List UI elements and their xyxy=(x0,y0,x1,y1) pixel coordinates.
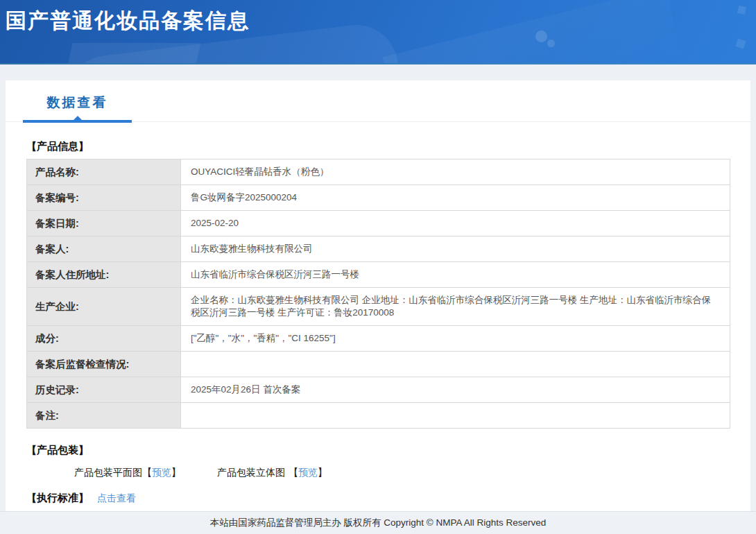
header-decoration-circle xyxy=(547,40,555,47)
row-value: OUYACICI轻奢晶钻香水（粉色） xyxy=(181,160,730,185)
header-decoration-square xyxy=(737,6,746,15)
section-title-product-info: 【产品信息】 xyxy=(26,140,730,153)
row-label: 生产企业: xyxy=(27,288,181,326)
packaging-stereo-item: 产品包装立体图【预览】 xyxy=(217,467,327,479)
section-title-packaging: 【产品包装】 xyxy=(26,444,730,457)
standard-label: 【执行标准】 xyxy=(26,492,89,503)
table-row: 历史记录: 2025年02月26日 首次备案 xyxy=(27,377,730,403)
row-label: 历史记录: xyxy=(27,377,181,403)
row-value: 2025-02-20 xyxy=(181,211,730,236)
bracket-close: 】 xyxy=(171,467,181,478)
copyright-text: 本站由国家药品监督管理局主办 版权所有 Copyright © NMPA All… xyxy=(210,517,547,528)
table-row: 产品名称: OUYACICI轻奢晶钻香水（粉色） xyxy=(27,160,730,185)
row-label: 备案日期: xyxy=(27,211,181,236)
header-decoration xyxy=(64,43,201,64)
table-row: 备案人: 山东欧蔓雅生物科技有限公司 xyxy=(27,236,730,262)
row-value xyxy=(181,403,730,429)
packaging-stereo-label: 产品包装立体图 xyxy=(217,467,285,478)
row-label: 备案人: xyxy=(27,236,181,262)
tab-active-underline xyxy=(23,120,132,123)
tab-bar: 数据查看 xyxy=(6,80,750,122)
row-value: 山东欧蔓雅生物科技有限公司 xyxy=(181,236,730,262)
header-decoration xyxy=(383,0,686,64)
table-row: 备案日期: 2025-02-20 xyxy=(27,211,730,236)
bracket-open: 【 xyxy=(142,467,152,478)
row-label: 产品名称: xyxy=(27,160,181,185)
product-info-table: 产品名称: OUYACICI轻奢晶钻香水（粉色） 备案编号: 鲁G妆网备字202… xyxy=(26,159,730,429)
row-value: 鲁G妆网备字2025000204 xyxy=(181,185,730,211)
row-label: 备案编号: xyxy=(27,185,181,211)
row-label: 备注: xyxy=(27,403,181,429)
header-decoration-circle xyxy=(535,31,547,42)
row-label: 备案后监督检查情况: xyxy=(27,352,181,377)
content-card: 数据查看 【产品信息】 产品名称: OUYACICI轻奢晶钻香水（粉色） 备案编… xyxy=(6,80,750,511)
tab-data-view[interactable]: 数据查看 xyxy=(23,94,132,112)
row-value: 企业名称：山东欧蔓雅生物科技有限公司 企业地址：山东省临沂市综合保税区沂河三路一… xyxy=(181,288,730,326)
packaging-stereo-preview-link[interactable]: 预览 xyxy=(298,467,318,478)
table-row: 生产企业: 企业名称：山东欧蔓雅生物科技有限公司 企业地址：山东省临沂市综合保税… xyxy=(27,288,730,326)
bracket-close: 】 xyxy=(318,467,327,478)
standard-row: 【执行标准】点击查看 xyxy=(26,492,750,505)
row-value: ["乙醇"，"水"，"香精"，"CI 16255"] xyxy=(181,326,730,352)
table-row: 备注: xyxy=(27,403,730,429)
packaging-previews: 产品包装平面图【预览】 产品包装立体图【预览】 xyxy=(74,467,750,479)
header-decoration-square xyxy=(735,38,746,49)
row-value: 2025年02月26日 首次备案 xyxy=(181,377,730,403)
packaging-flat-preview-link[interactable]: 预览 xyxy=(152,467,171,478)
bracket-open: 【 xyxy=(289,467,298,478)
page-footer: 本站由国家药品监督管理局主办 版权所有 Copyright © NMPA All… xyxy=(0,511,756,534)
table-row: 备案人住所地址: 山东省临沂市综合保税区沂河三路一号楼 xyxy=(27,262,730,288)
table-row: 成分: ["乙醇"，"水"，"香精"，"CI 16255"] xyxy=(27,326,730,352)
packaging-flat-label: 产品包装平面图 xyxy=(74,467,142,478)
tab-active-arrow-icon xyxy=(74,116,82,120)
page-header: 国产普通化妆品备案信息 xyxy=(0,0,756,64)
table-row: 备案后监督检查情况: xyxy=(27,352,730,377)
table-row: 备案编号: 鲁G妆网备字2025000204 xyxy=(27,185,730,211)
standard-view-link[interactable]: 点击查看 xyxy=(97,492,136,503)
row-label: 备案人住所地址: xyxy=(27,262,181,288)
row-label: 成分: xyxy=(27,326,181,352)
row-value xyxy=(181,352,730,377)
packaging-flat-item: 产品包装平面图【预览】 xyxy=(74,467,181,479)
page-title: 国产普通化妆品备案信息 xyxy=(6,7,250,35)
row-value: 山东省临沂市综合保税区沂河三路一号楼 xyxy=(181,262,730,288)
